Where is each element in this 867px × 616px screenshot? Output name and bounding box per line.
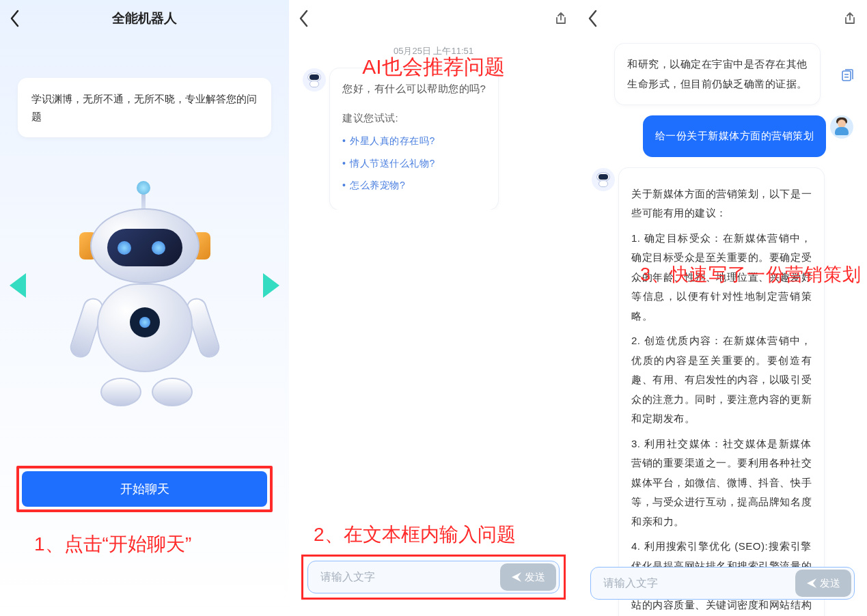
bot-greeting-text: 您好，有什么可以帮助您的吗? <box>342 79 486 99</box>
suggestion-item[interactable]: 怎么养宠物? <box>342 176 486 195</box>
bot-message-bubble: 关于新媒体方面的营销策划，以下是一些可能有用的建议： 1. 确定目标受众：在新媒… <box>619 168 824 617</box>
suggestion-heading: 建议您试试: <box>342 109 486 128</box>
bot-message-row: 和研究，以确定在宇宙中是否存在其他生命形式，但目前仍缺乏确凿的证据。 <box>588 44 857 104</box>
bot-message-bubble: 和研究，以确定在宇宙中是否存在其他生命形式，但目前仍缺乏确凿的证据。 <box>615 44 820 104</box>
page-title: 全能机器人 <box>0 10 289 27</box>
share-icon[interactable] <box>553 11 568 26</box>
chat-input-bar: 发送 <box>307 561 560 593</box>
suggestion-item[interactable]: 情人节送什么礼物? <box>342 154 486 173</box>
bot-greeting-bubble: 您好，有什么可以帮助您的吗? 建议您试试: 外星人真的存在吗? 情人节送什么礼物… <box>330 68 498 210</box>
chat-body: 和研究，以确定在宇宙中是否存在其他生命形式，但目前仍缺乏确凿的证据。 给一份关于… <box>578 33 867 616</box>
user-avatar <box>830 115 853 139</box>
copy-icon[interactable] <box>840 68 855 83</box>
annotation-step-2: 2、在文本框内输入问题 <box>314 522 516 548</box>
bot-text: 3. 利用社交媒体：社交媒体是新媒体营销的重要渠道之一。要利用各种社交媒体平台，… <box>631 434 812 532</box>
user-message-row: 给一份关于新媒体方面的营销策划 <box>588 115 857 157</box>
annotation-step-3: 3、快速写了一份营销策划 <box>640 262 862 287</box>
annotation-ai-recommend: AI也会推荐问题 <box>289 53 578 81</box>
bot-avatar <box>303 68 326 92</box>
user-message-bubble: 给一份关于新媒体方面的营销策划 <box>643 115 827 157</box>
back-icon[interactable] <box>588 10 598 27</box>
bot-message-row: 您好，有什么可以帮助您的吗? 建议您试试: 外星人真的存在吗? 情人节送什么礼物… <box>299 68 568 210</box>
start-button-highlight: 开始聊天 <box>16 466 273 512</box>
chat-panel-conversation: 和研究，以确定在宇宙中是否存在其他生命形式，但目前仍缺乏确凿的证据。 给一份关于… <box>578 0 867 616</box>
intro-card: 学识渊博，无所不通，无所不晓，专业解答您的问题 <box>18 78 271 137</box>
topbar <box>289 0 578 37</box>
intro-panel: 全能机器人 学识渊博，无所不通，无所不晓，专业解答您的问题 开始聊天 1、点击“… <box>0 0 289 616</box>
bot-message-row: 关于新媒体方面的营销策划，以下是一些可能有用的建议： 1. 确定目标受众：在新媒… <box>588 168 857 617</box>
bot-text: 关于新媒体方面的营销策划，以下是一些可能有用的建议： <box>631 184 812 223</box>
share-icon[interactable] <box>842 11 857 26</box>
chat-input[interactable] <box>591 577 795 589</box>
send-icon <box>511 572 522 583</box>
send-icon <box>806 578 817 589</box>
topbar <box>578 0 867 37</box>
svg-rect-0 <box>842 71 851 81</box>
back-icon[interactable] <box>10 10 20 27</box>
chat-input-bar: 发送 <box>590 567 855 600</box>
chat-panel-suggestions: 05月25日 上午11:51 AI也会推荐问题 您好，有什么可以帮助您的吗? 建… <box>289 0 578 616</box>
input-highlight: 发送 <box>301 555 566 600</box>
send-label: 发送 <box>820 577 840 590</box>
suggestion-item[interactable]: 外星人真的存在吗? <box>342 132 486 150</box>
topbar: 全能机器人 <box>0 0 289 37</box>
annotation-step-1: 1、点击“开始聊天” <box>34 531 191 557</box>
start-chat-button[interactable]: 开始聊天 <box>22 471 267 507</box>
robot-illustration <box>0 184 289 430</box>
bot-avatar <box>592 168 615 191</box>
chat-input[interactable] <box>308 571 500 583</box>
send-button[interactable]: 发送 <box>500 563 556 591</box>
input-wrap: 发送 <box>590 567 855 600</box>
bot-text: 2. 创造优质内容：在新媒体营销中，优质的内容是至关重要的。要创造有趣、有用、有… <box>631 331 812 429</box>
back-icon[interactable] <box>299 10 309 27</box>
send-label: 发送 <box>525 571 545 584</box>
send-button[interactable]: 发送 <box>795 570 851 597</box>
